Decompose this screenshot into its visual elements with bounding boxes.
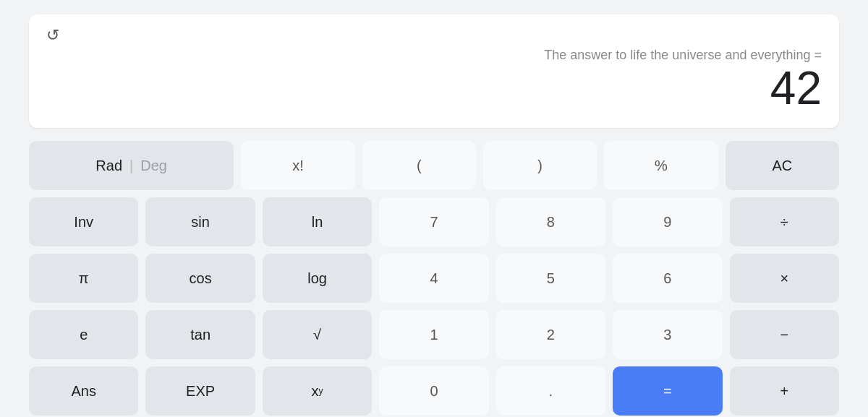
cos-button[interactable]: cos [145, 254, 255, 303]
8-button[interactable]: 8 [496, 197, 605, 246]
equals-button[interactable]: = [613, 366, 722, 416]
log-button[interactable]: log [263, 254, 372, 303]
button-row-4: e tan √ 1 2 3 − [29, 310, 839, 359]
7-button[interactable]: 7 [379, 197, 488, 246]
button-row-1: Rad | Deg x! ( ) % AC [29, 141, 839, 190]
display: ↺ The answer to life the universe and ev… [29, 14, 839, 128]
subtract-button[interactable]: − [730, 310, 839, 359]
calculator: ↺ The answer to life the universe and ev… [14, 0, 854, 417]
button-grid: Rad | Deg x! ( ) % AC Inv sin ln 7 8 9 ÷… [29, 141, 839, 416]
e-button[interactable]: e [29, 310, 138, 359]
display-result: 42 [46, 63, 822, 113]
sin-button[interactable]: sin [145, 197, 255, 246]
exp-button[interactable]: EXP [145, 366, 255, 416]
clear-button[interactable]: AC [726, 141, 839, 190]
ln-button[interactable]: ln [263, 197, 372, 246]
inv-button[interactable]: Inv [29, 197, 138, 246]
close-paren-button[interactable]: ) [483, 141, 597, 190]
0-button[interactable]: 0 [379, 366, 488, 416]
button-row-5: Ans EXP xy 0 . = + [29, 366, 839, 416]
deg-label: Deg [140, 158, 167, 174]
display-expression: The answer to life the universe and ever… [46, 45, 822, 63]
add-button[interactable]: + [730, 366, 839, 416]
ans-button[interactable]: Ans [29, 366, 138, 416]
rad-deg-divider: | [129, 158, 133, 174]
pi-button[interactable]: π [29, 254, 138, 303]
rad-deg-button[interactable]: Rad | Deg [29, 141, 234, 190]
sqrt-button[interactable]: √ [263, 310, 372, 359]
factorial-button[interactable]: x! [241, 141, 354, 190]
2-button[interactable]: 2 [496, 310, 605, 359]
percent-button[interactable]: % [604, 141, 718, 190]
power-button[interactable]: xy [263, 366, 372, 416]
5-button[interactable]: 5 [496, 254, 605, 303]
1-button[interactable]: 1 [379, 310, 488, 359]
divide-button[interactable]: ÷ [730, 197, 839, 246]
button-row-2: Inv sin ln 7 8 9 ÷ [29, 197, 839, 246]
tan-button[interactable]: tan [145, 310, 255, 359]
9-button[interactable]: 9 [613, 197, 722, 246]
multiply-button[interactable]: × [730, 254, 839, 303]
history-icon[interactable]: ↺ [46, 26, 67, 45]
open-paren-button[interactable]: ( [362, 141, 476, 190]
button-row-3: π cos log 4 5 6 × [29, 254, 839, 303]
4-button[interactable]: 4 [379, 254, 488, 303]
6-button[interactable]: 6 [613, 254, 722, 303]
rad-label: Rad [95, 158, 122, 174]
decimal-button[interactable]: . [496, 366, 605, 416]
3-button[interactable]: 3 [613, 310, 722, 359]
